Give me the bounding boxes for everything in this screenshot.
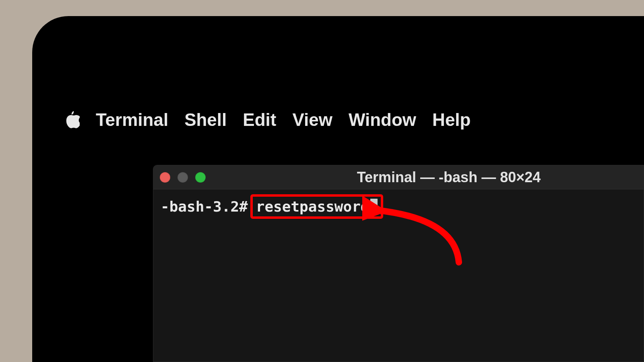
menu-item-edit[interactable]: Edit [243,110,276,130]
text-cursor [370,199,378,215]
menu-item-view[interactable]: View [292,110,332,130]
typed-command: resetpassword [256,198,369,215]
window-traffic-lights [160,172,206,183]
menu-item-window[interactable]: Window [349,110,416,130]
shell-prompt: -bash-3.2# [161,198,248,215]
terminal-window: Terminal — -bash — 80×24 -bash-3.2# rese… [153,165,644,362]
menu-app-name[interactable]: Terminal [96,110,168,130]
close-window-button[interactable] [160,172,170,183]
apple-logo-icon[interactable] [64,111,80,129]
window-title: Terminal — -bash — 80×24 [153,169,644,186]
menubar: Terminal Shell Edit View Window Help [64,110,471,130]
zoom-window-button[interactable] [195,172,206,183]
laptop-bezel: Terminal Shell Edit View Window Help Ter… [32,16,644,362]
window-titlebar[interactable]: Terminal — -bash — 80×24 [153,165,644,189]
menu-item-shell[interactable]: Shell [184,110,227,130]
terminal-body[interactable]: -bash-3.2# resetpassword [153,189,644,224]
annotation-highlight-box: resetpassword [250,194,383,219]
menu-item-help[interactable]: Help [432,110,471,130]
minimize-window-button[interactable] [178,172,188,183]
